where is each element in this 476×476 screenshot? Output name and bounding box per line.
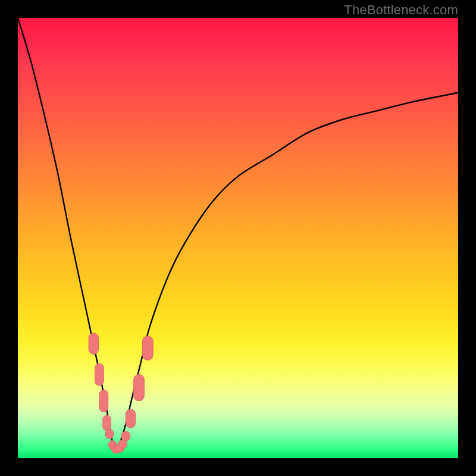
marker-point <box>142 336 153 361</box>
marker-point <box>99 390 108 412</box>
marker-point <box>95 364 104 386</box>
marker-point <box>126 409 135 428</box>
marker-point <box>89 333 98 355</box>
marker-point <box>103 415 111 431</box>
plot-area <box>18 18 458 458</box>
marker-point <box>105 429 113 439</box>
highlighted-points <box>89 333 153 453</box>
marker-point <box>134 374 145 400</box>
watermark-text: TheBottleneck.com <box>344 2 458 18</box>
curve-layer <box>18 18 458 458</box>
chart-frame: TheBottleneck.com <box>0 0 476 476</box>
marker-point <box>121 431 130 441</box>
bottleneck-curve <box>18 18 458 450</box>
